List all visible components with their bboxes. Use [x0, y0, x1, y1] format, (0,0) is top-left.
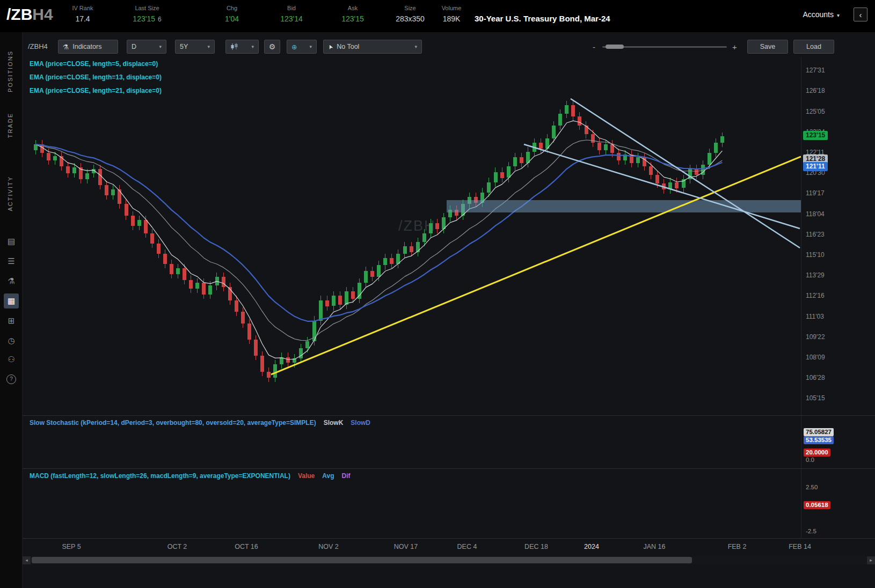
time-axis-label: OCT 2 — [167, 543, 187, 550]
indicators-icon: ⚗ — [63, 43, 69, 51]
quote-header: /ZBH4 IV Rank 17.4 Last Size 123'156 Chg… — [0, 0, 875, 32]
save-label: Save — [760, 43, 776, 50]
price-tick-label: 125'05 — [806, 108, 825, 115]
indicators-label: Indicators — [72, 43, 101, 50]
resistance-trendline-steep — [571, 99, 800, 248]
macd-title[interactable]: MACD (fastLength=12, slowLength=26, macd… — [30, 472, 290, 480]
ema13-label[interactable]: EMA (price=CLOSE, length=13, displace=0) — [30, 74, 162, 81]
sidebar-tab-activity[interactable]: ACTIVITY — [7, 176, 13, 211]
clock-icon[interactable]: ◷ — [4, 333, 19, 348]
chart-settings-button[interactable]: ⚙ — [264, 40, 280, 54]
accounts-label: Accounts — [803, 10, 834, 19]
stat-label: Volume — [434, 5, 469, 11]
macd-axis-bottom: -2.5 — [806, 528, 816, 534]
stat-last-size: Last Size 123'156 — [114, 5, 180, 24]
collapse-panel-button[interactable]: ‹ — [854, 8, 867, 21]
list-icon[interactable]: ☰ — [4, 254, 19, 269]
stat-value: 123'15 — [133, 14, 155, 23]
stat-ask: Ask 123'15 — [327, 5, 378, 24]
active-tool-dropdown[interactable]: ➤ No Tool ▾ — [323, 40, 422, 54]
drawing-set-dropdown[interactable]: ⊕ ▾ — [287, 40, 317, 54]
tiles-icon[interactable]: ⊞ — [4, 313, 19, 328]
price-tick-label: 118'04 — [806, 210, 825, 218]
main-chart-canvas[interactable]: /ZBH EMA (price=CLOSE, length=5, displac… — [23, 57, 801, 415]
stat-label: Chg — [213, 5, 251, 11]
trading-app: /ZBH4 IV Rank 17.4 Last Size 123'156 Chg… — [0, 0, 875, 588]
price-tick-label: 112'16 — [806, 292, 825, 299]
price-tick-label: 119'17 — [806, 189, 825, 197]
flask-icon[interactable]: ⚗ — [4, 274, 19, 289]
price-badge: 121'11 — [803, 162, 828, 171]
timeframe-dropdown[interactable]: D ▾ — [127, 40, 166, 54]
macd-value-badge: 0.05618 — [804, 501, 830, 509]
time-axis-label: 2024 — [584, 543, 599, 550]
indicators-button[interactable]: ⚗ Indicators — [58, 40, 118, 54]
macd-panel[interactable]: MACD (fastLength=12, slowLength=26, macd… — [23, 468, 875, 538]
ema5-label[interactable]: EMA (price=CLOSE, length=5, displace=0) — [30, 60, 162, 68]
chevron-down-icon: ▾ — [414, 44, 417, 49]
help-icon[interactable]: ? — [4, 371, 19, 386]
chevron-down-icon: ▾ — [207, 44, 210, 49]
macd-axis[interactable]: 2.50 0.05618 -2.5 — [801, 469, 875, 539]
chevron-down-icon: ▾ — [159, 44, 162, 49]
study-labels: EMA (price=CLOSE, length=5, displace=0) … — [30, 60, 162, 100]
scroll-left-button[interactable]: ◂ — [23, 556, 31, 564]
time-axis-label: DEC 18 — [524, 543, 548, 550]
load-button[interactable]: Load — [793, 40, 834, 54]
monitor-icon[interactable]: ▤ — [4, 234, 19, 249]
zoom-out-button[interactable]: - — [593, 42, 595, 52]
stat-value: 123'15 — [341, 14, 364, 23]
stat-value: 123'14 — [280, 14, 303, 23]
ema21-label[interactable]: EMA (price=CLOSE, length=21, displace=0) — [30, 87, 162, 94]
chart-style-dropdown[interactable]: ▾ — [225, 40, 259, 54]
accounts-menu[interactable]: Accounts▾ — [803, 10, 840, 19]
time-axis[interactable]: SEP 5OCT 2OCT 16NOV 2NOV 17DEC 4DEC 1820… — [23, 538, 875, 554]
stochastic-axis[interactable]: 75.05827 53.53535 20.0000 0.0 — [801, 416, 875, 469]
save-button[interactable]: Save — [747, 40, 788, 54]
scrollbar-thumb[interactable] — [32, 557, 692, 563]
slowd-value-badge: 53.53535 — [804, 436, 834, 444]
stat-label: Bid — [266, 5, 317, 11]
stat-value: 1'04 — [225, 14, 239, 23]
stat-extra: 6 — [158, 16, 162, 23]
legend-value: Value — [298, 472, 315, 480]
support-trendline — [271, 157, 801, 374]
time-axis-label: JAN 16 — [644, 543, 666, 550]
macd-label-row: MACD (fastLength=12, slowLength=26, macd… — [30, 472, 350, 480]
price-tick-label: 111'03 — [806, 313, 824, 320]
chart-grid-icon[interactable]: ▦ — [4, 293, 19, 308]
symbol-root: /ZB — [6, 5, 32, 23]
stochastic-panel[interactable]: Slow Stochastic (kPeriod=14, dPeriod=3, … — [23, 415, 875, 468]
stochastic-title[interactable]: Slow Stochastic (kPeriod=14, dPeriod=3, … — [30, 419, 316, 427]
symbol-suffix: H4 — [32, 5, 53, 23]
time-axis-label: SEP 5 — [62, 543, 81, 550]
price-tick-label: 106'28 — [806, 374, 825, 381]
time-axis-label: NOV 2 — [318, 543, 339, 550]
zoom-in-button[interactable]: + — [732, 42, 737, 52]
time-axis-label: FEB 2 — [728, 543, 747, 550]
people-icon[interactable]: ⚇ — [4, 352, 19, 367]
range-dropdown[interactable]: 5Y ▾ — [175, 40, 215, 54]
zoom-slider[interactable] — [602, 46, 727, 48]
chart-toolbar: /ZBH4 ⚗ Indicators D ▾ 5Y ▾ ▾ — [23, 38, 875, 57]
sidebar-tab-trade[interactable]: TRADE — [7, 113, 13, 138]
horizontal-scrollbar[interactable]: ◂ ▸ — [23, 556, 875, 564]
scroll-right-button[interactable]: ▸ — [867, 556, 875, 564]
legend-avg: Avg — [322, 472, 334, 480]
timeframe-value: D — [132, 43, 136, 50]
price-tick-label: 115'10 — [806, 251, 825, 259]
stat-label: IV Rank — [63, 5, 102, 11]
legend-dif: Dif — [341, 472, 350, 480]
price-axis[interactable]: 127'31126'18125'05123'24122'11120'30119'… — [801, 57, 875, 415]
price-tick-label: 126'18 — [806, 87, 825, 94]
candlestick-style-icon — [230, 43, 239, 50]
stat-label: Ask — [327, 5, 378, 11]
gear-icon: ⚙ — [269, 42, 276, 51]
sidebar-tab-positions[interactable]: POSITIONS — [7, 50, 13, 92]
time-axis-label: FEB 14 — [789, 543, 811, 550]
active-tool-label: No Tool — [337, 43, 359, 50]
zoom-slider-handle[interactable] — [606, 45, 624, 49]
price-tick-label: 105'15 — [806, 394, 825, 402]
price-tick-label: 109'22 — [806, 333, 825, 341]
chevron-down-icon: ▾ — [309, 44, 312, 49]
